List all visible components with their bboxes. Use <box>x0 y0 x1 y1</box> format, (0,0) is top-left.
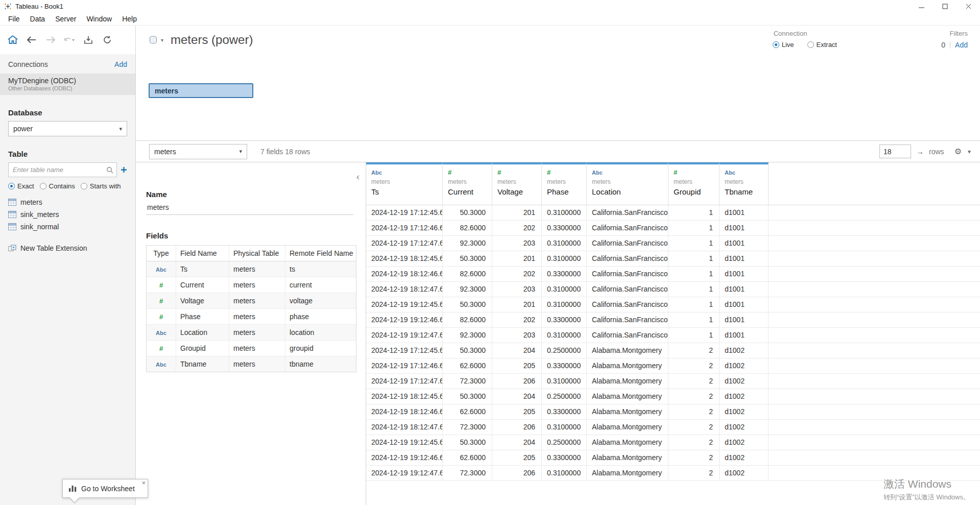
data-cell[interactable]: 206 <box>492 420 542 435</box>
data-cell[interactable]: 2024-12-19 18:12:45.642 <box>366 389 443 404</box>
data-cell[interactable]: 205 <box>492 358 542 373</box>
chevron-down-icon[interactable]: ▾ <box>968 148 971 155</box>
table-item-sink_normal[interactable]: sink_normal <box>0 221 135 233</box>
data-cell[interactable]: 205 <box>492 450 542 465</box>
data-cell[interactable]: 1 <box>668 221 720 235</box>
data-cell[interactable]: 202 <box>492 312 542 327</box>
data-cell[interactable]: 50.3000 <box>443 205 492 220</box>
data-cell[interactable]: California.SanFrancisco <box>587 328 668 343</box>
data-cell[interactable]: 2024-12-19 19:12:47.642 <box>366 466 443 480</box>
data-cell[interactable]: 201 <box>492 205 542 220</box>
data-cell[interactable]: 2 <box>668 389 720 404</box>
data-cell[interactable]: 1 <box>668 328 720 343</box>
data-cell[interactable]: 82.6000 <box>443 312 492 327</box>
table-search-input[interactable] <box>9 163 116 177</box>
data-cell[interactable]: 2024-12-19 17:12:47.642 <box>366 236 443 251</box>
data-cell[interactable]: 0.3100000 <box>542 251 587 266</box>
data-cell[interactable]: 0.3100000 <box>542 328 587 343</box>
data-cell[interactable]: 82.6000 <box>443 267 492 281</box>
data-cell[interactable]: d1001 <box>720 312 769 327</box>
data-cell[interactable]: 0.3300000 <box>542 358 587 373</box>
data-cell[interactable]: 0.3300000 <box>542 404 587 419</box>
data-cell[interactable]: 202 <box>492 221 542 235</box>
data-cell[interactable]: 0.3100000 <box>542 205 587 220</box>
data-cell[interactable]: 0.2500000 <box>542 435 587 450</box>
data-cell[interactable]: Alabama.Montgomery <box>587 374 668 389</box>
filter-option-contains[interactable]: Contains <box>40 182 75 190</box>
data-cell[interactable]: 204 <box>492 435 542 450</box>
data-cell[interactable]: 0.2500000 <box>542 389 587 404</box>
menu-help[interactable]: Help <box>117 12 142 26</box>
gear-icon[interactable]: ⚙ <box>954 147 962 156</box>
extract-radio[interactable]: Extract <box>807 41 837 49</box>
data-cell[interactable]: 0.3300000 <box>542 450 587 465</box>
data-cell[interactable]: 2024-12-19 18:12:46.642 <box>366 404 443 419</box>
filter-option-exact[interactable]: Exact <box>8 182 34 190</box>
data-cell[interactable]: 203 <box>492 282 542 297</box>
data-cell[interactable]: d1002 <box>720 450 769 465</box>
data-cell[interactable]: California.SanFrancisco <box>587 282 668 297</box>
data-cell[interactable]: 2 <box>668 374 720 389</box>
connection-item[interactable]: MyTDengine (ODBC) Other Databases (ODBC) <box>0 74 135 95</box>
data-cell[interactable]: 2 <box>668 420 720 435</box>
data-cell[interactable]: Alabama.Montgomery <box>587 358 668 373</box>
field-row-phase[interactable]: #Phasemetersphase <box>147 309 356 325</box>
back-button[interactable] <box>24 32 39 47</box>
column-header-voltage[interactable]: #metersVoltage <box>492 162 542 205</box>
data-cell[interactable]: d1002 <box>720 374 769 389</box>
data-cell[interactable]: California.SanFrancisco <box>587 221 668 235</box>
data-cell[interactable]: 2024-12-19 19:12:46.642 <box>366 450 443 465</box>
data-cell[interactable]: 62.6000 <box>443 450 492 465</box>
data-cell[interactable]: d1002 <box>720 466 769 480</box>
minimize-button[interactable] <box>910 0 933 12</box>
collapse-pane-icon[interactable]: ‹ <box>356 172 360 181</box>
data-cell[interactable]: d1002 <box>720 435 769 450</box>
data-cell[interactable]: 72.3000 <box>443 420 492 435</box>
data-cell[interactable]: d1002 <box>720 404 769 419</box>
data-cell[interactable]: California.SanFrancisco <box>587 251 668 266</box>
menu-file[interactable]: File <box>3 12 25 26</box>
data-cell[interactable]: d1001 <box>720 205 769 220</box>
table-item-sink_meters[interactable]: sink_meters <box>0 208 135 221</box>
undo-button[interactable] <box>62 32 77 47</box>
data-cell[interactable]: Alabama.Montgomery <box>587 389 668 404</box>
data-cell[interactable]: 0.3100000 <box>542 420 587 435</box>
save-button[interactable] <box>81 32 96 47</box>
data-cell[interactable]: 0.3100000 <box>542 282 587 297</box>
home-button[interactable] <box>5 32 20 47</box>
refresh-button[interactable] <box>100 32 115 47</box>
data-cell[interactable]: 1 <box>668 282 720 297</box>
data-cell[interactable]: 92.3000 <box>443 282 492 297</box>
data-cell[interactable]: 2024-12-19 18:12:45.642 <box>366 251 443 266</box>
data-cell[interactable]: 92.3000 <box>443 328 492 343</box>
data-cell[interactable]: 1 <box>668 267 720 281</box>
data-cell[interactable]: 72.3000 <box>443 374 492 389</box>
data-cell[interactable]: 92.3000 <box>443 236 492 251</box>
data-cell[interactable]: 50.3000 <box>443 251 492 266</box>
data-cell[interactable]: 204 <box>492 343 542 358</box>
data-cell[interactable]: 50.3000 <box>443 343 492 358</box>
column-header-tbname[interactable]: AbcmetersTbname <box>720 162 769 205</box>
menu-window[interactable]: Window <box>81 12 117 26</box>
field-row-current[interactable]: #Currentmeterscurrent <box>147 277 356 293</box>
data-cell[interactable]: 0.3100000 <box>542 297 587 312</box>
forward-button[interactable] <box>43 32 58 47</box>
data-cell[interactable]: d1001 <box>720 221 769 235</box>
data-cell[interactable]: 1 <box>668 236 720 251</box>
data-cell[interactable]: 0.3100000 <box>542 466 587 480</box>
column-header-ts[interactable]: AbcmetersTs <box>366 162 443 205</box>
data-cell[interactable]: 2024-12-19 18:12:46.642 <box>366 267 443 281</box>
data-cell[interactable]: 2024-12-19 17:12:45.642 <box>366 343 443 358</box>
table-select[interactable]: meters ▾ <box>149 144 247 159</box>
menu-server[interactable]: Server <box>50 12 81 26</box>
data-cell[interactable]: Alabama.Montgomery <box>587 435 668 450</box>
data-cell[interactable]: 2024-12-19 17:12:46.642 <box>366 358 443 373</box>
data-cell[interactable]: Alabama.Montgomery <box>587 404 668 419</box>
field-row-ts[interactable]: AbcTsmetersts <box>147 261 356 277</box>
go-to-worksheet[interactable]: Go to Worksheet × <box>62 479 148 498</box>
data-cell[interactable]: 201 <box>492 251 542 266</box>
table-item-meters[interactable]: meters <box>0 196 135 208</box>
data-cell[interactable]: 2024-12-19 17:12:46.642 <box>366 221 443 235</box>
data-cell[interactable]: 1 <box>668 251 720 266</box>
table-name-field[interactable]: meters <box>146 202 353 215</box>
